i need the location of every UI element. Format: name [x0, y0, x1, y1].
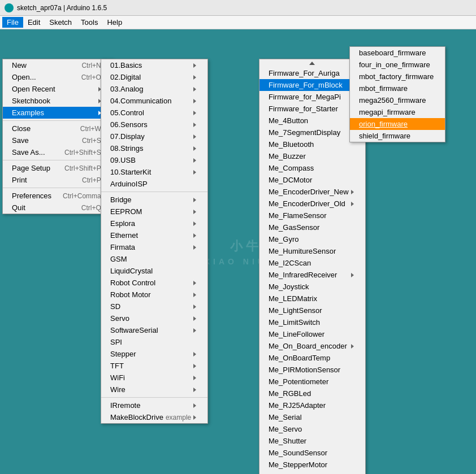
menu-item-save[interactable]: Save Ctrl+S — [3, 134, 112, 146]
lib-me-compass[interactable]: Me_Compass — [259, 162, 365, 174]
example-esplora[interactable]: Esplora — [101, 218, 207, 229]
menu-bar: File Edit Sketch Tools Help — [0, 16, 476, 29]
example-liquidcrystal[interactable]: LiquidCrystal — [101, 265, 207, 277]
menu-file[interactable]: File — [2, 17, 23, 28]
example-wire[interactable]: Wire — [101, 384, 207, 395]
fw-four-in-one[interactable]: four_in_one_firmware — [350, 59, 445, 71]
example-gsm[interactable]: GSM — [101, 253, 207, 265]
lib-me-rj25[interactable]: Me_RJ25Adapter — [259, 399, 365, 411]
example-robot-motor[interactable]: Robot Motor — [101, 289, 207, 301]
example-08-strings[interactable]: 08.Strings — [101, 142, 207, 154]
menu-item-open-recent[interactable]: Open Recent — [3, 83, 112, 95]
app-icon — [5, 3, 14, 12]
lib-me-gassensor[interactable]: Me_GasSensor — [259, 221, 365, 233]
menu-item-sketchbook[interactable]: Sketchbook — [3, 95, 112, 107]
fw-mbot[interactable]: mbot_firmware — [350, 82, 445, 94]
fw-baseboard[interactable]: baseboard_firmware — [350, 47, 445, 59]
window-title: sketch_apr07a | Arduino 1.6.5 — [17, 4, 107, 12]
lib-me-rgbled[interactable]: Me_RGBLed — [259, 388, 365, 399]
example-eeprom[interactable]: EEPROM — [101, 206, 207, 218]
menu-item-print[interactable]: Print Ctrl+P — [3, 174, 112, 186]
example-softwareserial[interactable]: SoftwareSerial — [101, 324, 207, 336]
example-robot-control[interactable]: Robot Control — [101, 277, 207, 289]
lib-me-encoderold[interactable]: Me_EncoderDriver_Old — [259, 198, 365, 210]
example-stepper[interactable]: Stepper — [101, 348, 207, 360]
fw-megapi[interactable]: megapi_firmware — [350, 106, 445, 118]
menu-item-new[interactable]: New Ctrl+N — [3, 59, 112, 71]
example-05-control[interactable]: 05.Control — [101, 107, 207, 119]
fw-mega2560[interactable]: mega2560_firmware — [350, 94, 445, 106]
example-irremote[interactable]: IRremote — [101, 399, 207, 411]
lib-me-gyro[interactable]: Me_Gyro — [259, 233, 365, 245]
lib-me-pirmotion[interactable]: Me_PIRMotionSensor — [259, 364, 365, 376]
lib-me-linefollower[interactable]: Me_LineFollower — [259, 328, 365, 340]
menu-item-page-setup[interactable]: Page Setup Ctrl+Shift+P — [3, 162, 112, 174]
example-ethernet[interactable]: Ethernet — [101, 229, 207, 241]
main-content: 小牛知库 XIAO NIU ZHI KU New Ctrl+N Open... … — [0, 29, 476, 474]
example-01-basics[interactable]: 01.Basics — [101, 59, 207, 71]
example-bridge[interactable]: Bridge — [101, 194, 207, 206]
examples-menu-dropdown: 01.Basics 02.Digital 03.Analog 04.Commun… — [101, 59, 208, 424]
lib-me-i2cscan[interactable]: Me_I2CScan — [259, 257, 365, 269]
lib-me-onboardtemp[interactable]: Me_OnBoardTemp — [259, 352, 365, 364]
fw-mbot-factory[interactable]: mbot_factory_firmware — [350, 71, 445, 82]
menu-sketch[interactable]: Sketch — [45, 17, 76, 28]
lib-me-limitswitch[interactable]: Me_LimitSwitch — [259, 316, 365, 328]
lib-me-lightsensor[interactable]: Me_LightSensor — [259, 305, 365, 316]
menu-help[interactable]: Help — [102, 17, 127, 28]
lib-me-servo[interactable]: Me_Servo — [259, 423, 365, 435]
example-09-usb[interactable]: 09.USB — [101, 154, 207, 166]
lib-me-serial[interactable]: Me_Serial — [259, 411, 365, 423]
example-02-digital[interactable]: 02.Digital — [101, 71, 207, 83]
example-arduinoisp[interactable]: ArduinoISP — [101, 178, 207, 190]
menu-item-save-as[interactable]: Save As... Ctrl+Shift+S — [3, 146, 112, 158]
lib-me-shutter[interactable]: Me_Shutter — [259, 435, 365, 447]
lib-me-soundsensor[interactable]: Me_SoundSensor — [259, 447, 365, 459]
lib-me-infrared[interactable]: Me_InfraredReceiver — [259, 269, 365, 281]
lib-me-joystick[interactable]: Me_Joystick — [259, 281, 365, 293]
example-10-starterkit[interactable]: 10.StarterKit — [101, 166, 207, 178]
lib-me-dcmotor[interactable]: Me_DCMotor — [259, 174, 365, 186]
fw-shield[interactable]: shield_firmware — [350, 130, 445, 142]
menu-edit[interactable]: Edit — [23, 17, 45, 28]
title-bar: sketch_apr07a | Arduino 1.6.5 — [0, 0, 476, 16]
example-04-communication[interactable]: 04.Communication — [101, 95, 207, 107]
lib-me-buzzer[interactable]: Me_Buzzer — [259, 150, 365, 162]
example-makeblockdrive[interactable]: MakeBlockDrive example — [101, 411, 207, 423]
menu-item-open[interactable]: Open... Ctrl+O — [3, 71, 112, 83]
lib-me-potentiometer[interactable]: Me_Potentiometer — [259, 376, 365, 388]
menu-item-close[interactable]: Close Ctrl+W — [3, 123, 112, 134]
menu-item-examples[interactable]: Examples — [3, 107, 112, 119]
lib-me-steppermotor[interactable]: Me_StepperMotor — [259, 459, 365, 471]
lib-me-onboardencoder[interactable]: Me_On_Board_encoder — [259, 340, 365, 352]
menu-tools[interactable]: Tools — [76, 17, 102, 28]
lib-me-flamesensor[interactable]: Me_FlameSensor — [259, 210, 365, 221]
fw-orion[interactable]: orion_firmware — [350, 118, 445, 130]
lib-me-ledmatrix[interactable]: Me_LEDMatrix — [259, 293, 365, 305]
example-spi[interactable]: SPI — [101, 336, 207, 348]
menu-item-preferences[interactable]: Preferences Ctrl+Comma — [3, 190, 112, 202]
firmware-menu-dropdown: baseboard_firmware four_in_one_firmware … — [349, 46, 445, 142]
example-tft[interactable]: TFT — [101, 360, 207, 372]
example-07-display[interactable]: 07.Display — [101, 131, 207, 142]
lib-me-temperature[interactable]: Me_Temperature — [259, 471, 365, 474]
example-servo[interactable]: Servo — [101, 312, 207, 324]
example-sd[interactable]: SD — [101, 301, 207, 312]
menu-item-quit[interactable]: Quit Ctrl+Q — [3, 202, 112, 214]
lib-me-humiture[interactable]: Me_HumitureSensor — [259, 245, 365, 257]
lib-me-encodernew[interactable]: Me_EncoderDriver_New — [259, 186, 365, 198]
example-03-analog[interactable]: 03.Analog — [101, 83, 207, 95]
example-wifi[interactable]: WiFi — [101, 372, 207, 384]
file-menu-dropdown: New Ctrl+N Open... Ctrl+O Open Recent Sk… — [2, 59, 113, 214]
example-06-sensors[interactable]: 06.Sensors — [101, 119, 207, 131]
example-firmata[interactable]: Firmata — [101, 241, 207, 253]
